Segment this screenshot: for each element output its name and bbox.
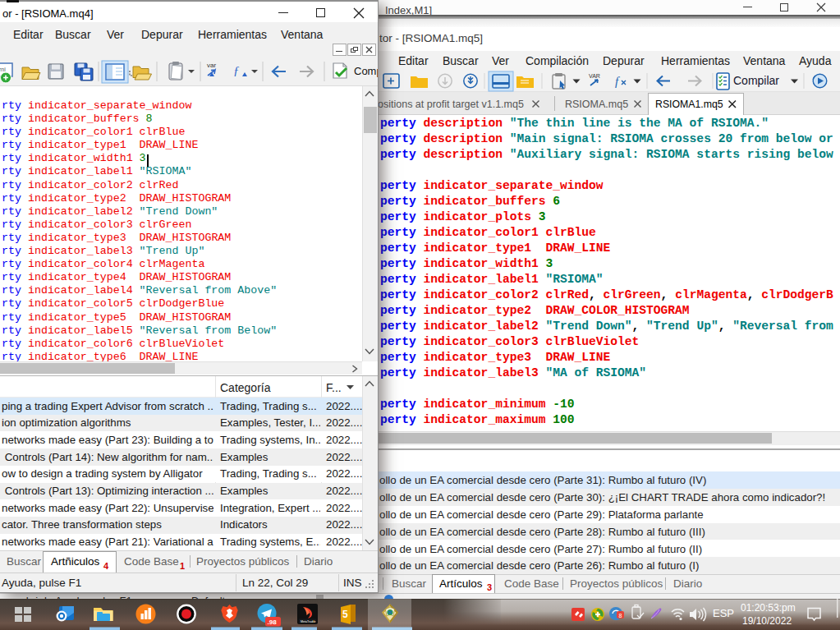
svg-text:.98: .98 <box>268 619 278 626</box>
svg-text:5: 5 <box>314 620 315 623</box>
svg-text:5: 5 <box>342 609 348 620</box>
svg-text:VAR: VAR <box>589 73 600 79</box>
svg-text:rni: rni <box>0 67 6 72</box>
svg-text:f: f <box>615 75 620 88</box>
svg-text:8: 8 <box>619 613 622 619</box>
svg-text:ƒ: ƒ <box>233 64 240 77</box>
svg-text:var: var <box>207 62 216 69</box>
